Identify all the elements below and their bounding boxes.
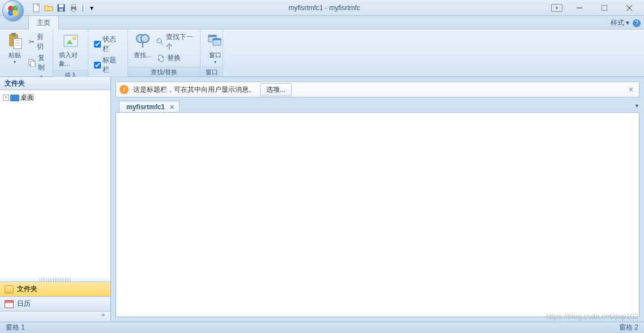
svg-point-31 (157, 39, 161, 43)
folder-icon (5, 285, 14, 293)
svg-rect-10 (72, 9, 75, 11)
nav-item-label: 文件夹 (17, 284, 37, 294)
document-tab-close-icon[interactable]: ✕ (169, 104, 174, 111)
status-bar: 窗格 1 窗格 2 (0, 322, 644, 333)
svg-rect-7 (59, 8, 63, 11)
cut-icon: ✂ (28, 37, 35, 46)
svg-rect-13 (602, 5, 607, 11)
window-controls (567, 2, 642, 14)
minimize-button[interactable] (567, 2, 592, 14)
paste-button[interactable]: 粘贴 ▾ (3, 31, 26, 66)
copy-button[interactable]: 复制 (26, 53, 49, 73)
message-text: 这是标题栏，可在其中向用户显示消息。 (133, 85, 255, 95)
ribbon-group-insert: 插入对象... 插入 (53, 29, 88, 76)
svg-line-32 (161, 42, 163, 45)
help-button[interactable]: ? (633, 19, 641, 27)
ribbon-group-find-replace: 查找... 查找下一个 替换 查找/替换 (128, 29, 201, 76)
svg-point-29 (141, 35, 149, 42)
paste-icon (6, 32, 24, 50)
maximize-button[interactable] (592, 2, 617, 14)
ribbon-group-clipboard: 粘贴 ▾ ✂剪切 复制 全选 剪贴板 (0, 29, 53, 76)
insert-object-button[interactable]: 插入对象... (57, 31, 84, 69)
document-tab-label: myfisrtmfc1 (126, 103, 165, 111)
nav-section: 文件夹 日历 » (0, 281, 110, 322)
open-folder-icon (44, 3, 53, 12)
copy-icon (28, 58, 36, 67)
find-button[interactable]: 查找... (131, 31, 154, 61)
replace-icon (156, 54, 165, 63)
qat-separator: | (80, 4, 85, 12)
svg-rect-38 (213, 39, 221, 40)
qat-print-button[interactable] (68, 2, 79, 14)
app-orb-button[interactable] (2, 0, 24, 22)
content-area: i 这是标题栏，可在其中向用户显示消息。 选项... × myfisrtmfc1… (111, 77, 644, 322)
svg-point-27 (72, 37, 76, 40)
minimize-icon (577, 5, 582, 11)
ribbon-tab-home[interactable]: 主页 (28, 15, 59, 29)
close-icon (626, 5, 632, 11)
qat-save-button[interactable] (56, 2, 67, 14)
find-next-button[interactable]: 查找下一个 (154, 32, 197, 52)
ribbon-group-view: 状态栏 标题栏 视图 (88, 29, 128, 76)
status-pane-left: 窗格 1 (6, 323, 25, 332)
message-options-button[interactable]: 选项... (260, 83, 292, 96)
message-close-button[interactable]: × (626, 85, 636, 94)
save-icon (57, 3, 66, 12)
replace-button[interactable]: 替换 (154, 53, 197, 63)
ribbon-group-window: 窗口 ▾ 窗口 (201, 29, 223, 76)
print-icon (69, 3, 78, 12)
svg-rect-18 (14, 39, 22, 49)
group-label-window: 窗口 (201, 67, 223, 76)
tree-item-label: 桌面 (20, 93, 34, 103)
svg-rect-23 (31, 61, 35, 67)
qat-customize-button[interactable]: ▾ (86, 2, 97, 14)
svg-rect-4 (33, 4, 39, 12)
svg-marker-34 (157, 58, 159, 61)
svg-point-11 (75, 7, 76, 8)
main-area: 文件夹 + 桌面 文件夹 日历 » i 这是标题栏，可在 (0, 77, 644, 322)
close-button[interactable] (617, 2, 642, 14)
info-icon: i (120, 85, 129, 94)
window-icon (206, 32, 224, 50)
sidebar: 文件夹 + 桌面 文件夹 日历 » (0, 77, 111, 322)
cut-button[interactable]: ✂剪切 (26, 32, 49, 52)
tree-item-desktop[interactable]: + 桌面 (2, 92, 108, 103)
maximize-icon (602, 5, 607, 11)
nav-item-folders[interactable]: 文件夹 (0, 282, 110, 297)
svg-rect-9 (72, 5, 75, 7)
status-pane-right: 窗格 2 (619, 323, 638, 332)
window-button[interactable]: 窗口 ▾ (204, 31, 227, 66)
document-tabs-menu-button[interactable]: ▼ (634, 103, 639, 109)
qat-open-button[interactable] (43, 2, 54, 14)
nav-expand-button[interactable]: » (0, 311, 110, 322)
qat-customize-arrow: ▾ (90, 4, 93, 12)
desktop-icon (10, 95, 19, 101)
find-next-icon (156, 37, 164, 46)
calendar-icon (5, 300, 14, 308)
group-label-find-replace: 查找/替换 (128, 67, 200, 76)
folder-tree[interactable]: + 桌面 (0, 90, 110, 278)
ribbon-tab-strip: 主页 样式 ▾ ? (0, 16, 644, 29)
message-bar: i 这是标题栏，可在其中向用户显示消息。 选项... × (116, 82, 639, 97)
tree-expand-icon[interactable]: + (3, 95, 9, 101)
svg-rect-37 (208, 35, 216, 37)
titlebar-checkbox[interactable]: 标题栏 (92, 55, 124, 75)
svg-rect-6 (59, 5, 63, 7)
statusbar-checkbox[interactable]: 状态栏 (92, 34, 124, 54)
svg-rect-25 (64, 35, 78, 46)
insert-object-icon (62, 32, 80, 50)
window-title: myfisrtmfc1 - myfisrtmfc (97, 4, 551, 12)
orb-icon (7, 5, 19, 17)
svg-rect-17 (11, 33, 16, 36)
document-view[interactable] (116, 112, 639, 317)
input-indicator (551, 4, 562, 12)
nav-item-label: 日历 (17, 299, 31, 309)
svg-point-3 (12, 10, 18, 16)
document-tab[interactable]: myfisrtmfc1 ✕ (119, 101, 180, 112)
svg-marker-33 (163, 56, 164, 58)
qat-new-button[interactable] (31, 2, 42, 14)
style-dropdown[interactable]: 样式 ▾ (611, 18, 629, 28)
ribbon-body: 粘贴 ▾ ✂剪切 复制 全选 剪贴板 插入对象... 插入 状态栏 标题栏 (0, 29, 644, 77)
quick-access-toolbar: | ▾ (31, 2, 97, 14)
nav-item-calendar[interactable]: 日历 (0, 297, 110, 311)
